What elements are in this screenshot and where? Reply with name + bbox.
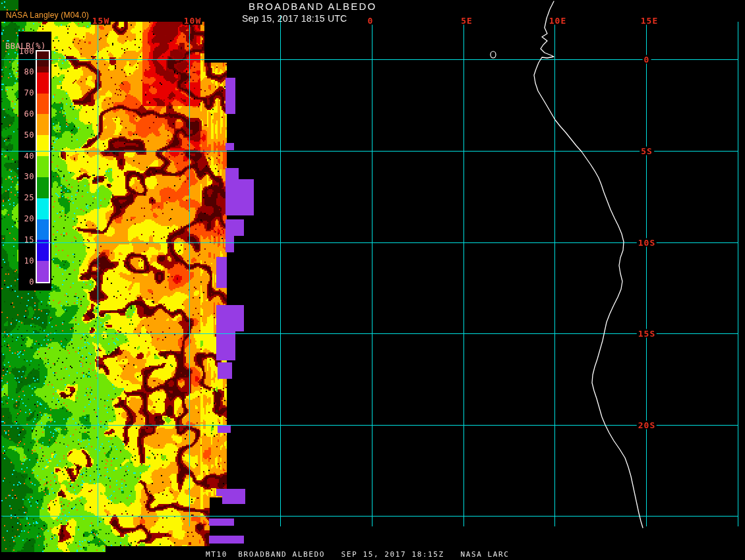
colorbar-tick-label: 40 bbox=[15, 152, 34, 161]
latitude-label: 10S bbox=[637, 238, 657, 247]
africa-coastline bbox=[534, 1, 643, 528]
colorbar-tick-label: 0 bbox=[15, 278, 34, 287]
page-title: BROADBAND ALBEDO bbox=[249, 1, 376, 12]
latitude-label: 5S bbox=[640, 147, 654, 155]
nasa-langley-credit: NASA Langley (M04.0) bbox=[6, 11, 89, 20]
latitude-label: 0 bbox=[643, 55, 651, 64]
colorbar-tick-label: 25 bbox=[15, 194, 34, 202]
map-overlay bbox=[0, 0, 745, 560]
latlon-gridlines bbox=[1, 15, 738, 526]
colorbar-tick-label: 50 bbox=[15, 131, 34, 140]
longitude-label: 5E bbox=[460, 16, 474, 25]
footer-caption: MT10 BROADBAND ALBEDO SEP 15, 2017 18:15… bbox=[206, 550, 509, 559]
longitude-label: 15E bbox=[640, 16, 659, 25]
colorbar-tick-label: 100 bbox=[15, 47, 34, 56]
colorbar-tick-label: 70 bbox=[15, 89, 34, 98]
colorbar-tick-label: 60 bbox=[15, 110, 34, 119]
longitude-label: 15W bbox=[91, 16, 111, 25]
latitude-label: 15S bbox=[637, 329, 657, 338]
coastline-group bbox=[491, 1, 643, 528]
colorbar-tick-label: 30 bbox=[15, 173, 34, 181]
longitude-label: 0 bbox=[367, 16, 375, 25]
latitude-label: 20S bbox=[637, 421, 657, 430]
colorbar-tick-label: 80 bbox=[15, 68, 34, 76]
timestamp-subtitle: Sep 15, 2017 18:15 UTC bbox=[242, 13, 347, 24]
longitude-label: 10W bbox=[183, 16, 202, 25]
island-outline bbox=[491, 51, 496, 58]
longitude-label: 10E bbox=[548, 16, 568, 25]
colorbar-tick-label: 20 bbox=[15, 215, 34, 223]
colorbar-tick-label: 15 bbox=[15, 236, 34, 244]
broadband-albedo-product: BBALB(%) 15W10W05E10E15E05S10S15S20S NAS… bbox=[0, 0, 745, 560]
colorbar-tick-label: 10 bbox=[15, 257, 34, 266]
